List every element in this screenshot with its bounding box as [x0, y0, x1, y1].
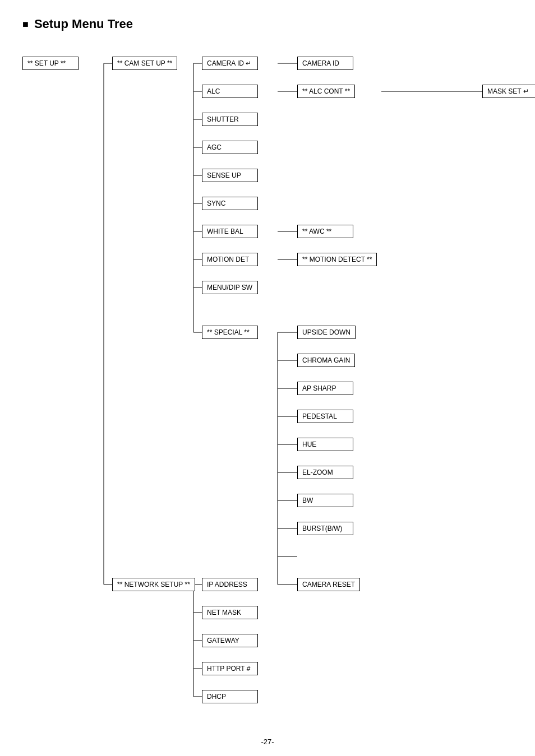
node-hue: HUE [297, 438, 353, 451]
node-motion-detect: ** MOTION DETECT ** [297, 253, 377, 266]
node-special: ** SPECIAL ** [202, 326, 258, 339]
node-pedestal: PEDESTAL [297, 410, 353, 423]
node-menu-dip-sw: MENU/DIP SW [202, 281, 258, 294]
node-camera-id-menu: CAMERA ID ↵ [202, 57, 258, 70]
node-upside-down: UPSIDE DOWN [297, 326, 356, 339]
node-burst-bw: BURST(B/W) [297, 522, 353, 535]
node-network-setup: ** NETWORK SETUP ** [112, 578, 195, 591]
node-shutter: SHUTTER [202, 113, 258, 126]
node-mask-set: MASK SET ↵ [482, 85, 535, 98]
node-sense-up: SENSE UP [202, 169, 258, 182]
page-title: Setup Menu Tree [22, 17, 513, 31]
node-cam-setup: ** CAM SET UP ** [112, 57, 177, 70]
menu-tree: ** SET UP ** ** CAM SET UP ** ** NETWORK… [22, 48, 513, 721]
node-agc: AGC [202, 141, 258, 154]
node-sync: SYNC [202, 197, 258, 210]
node-camera-id: CAMERA ID [297, 57, 353, 70]
node-alc: ALC [202, 85, 258, 98]
node-alc-cont: ** ALC CONT ** [297, 85, 355, 98]
node-el-zoom: EL-ZOOM [297, 466, 353, 479]
node-motion-det: MOTION DET [202, 253, 258, 266]
page-number: -27- [22, 738, 513, 746]
node-bw: BW [297, 494, 353, 507]
node-chroma-gain: CHROMA GAIN [297, 354, 355, 367]
node-ap-sharp: AP SHARP [297, 382, 353, 395]
node-dhcp: DHCP [202, 690, 258, 703]
node-gateway: GATEWAY [202, 634, 258, 647]
tree-lines [22, 48, 513, 721]
node-http-port: HTTP PORT # [202, 662, 258, 675]
node-camera-reset: CAMERA RESET [297, 578, 360, 591]
node-awc: ** AWC ** [297, 225, 353, 238]
node-net-mask: NET MASK [202, 606, 258, 619]
node-ip-address: IP ADDRESS [202, 578, 258, 591]
node-white-bal: WHITE BAL [202, 225, 258, 238]
node-setup: ** SET UP ** [22, 57, 79, 70]
